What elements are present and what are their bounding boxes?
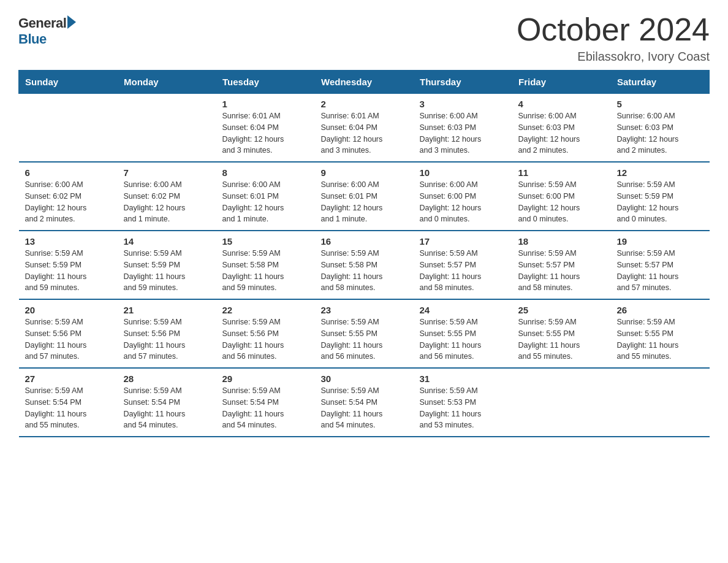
day-info: Sunrise: 5:59 AM Sunset: 5:54 PM Dayligh… [222,385,309,431]
column-header-saturday: Saturday [611,71,710,94]
day-number: 27 [25,373,112,384]
day-info: Sunrise: 6:00 AM Sunset: 6:01 PM Dayligh… [222,179,309,225]
calendar-cell: 1Sunrise: 6:01 AM Sunset: 6:04 PM Daylig… [216,94,315,163]
day-number: 30 [321,373,408,384]
day-info: Sunrise: 5:59 AM Sunset: 5:55 PM Dayligh… [321,316,408,362]
calendar-cell: 22Sunrise: 5:59 AM Sunset: 5:56 PM Dayli… [216,299,315,368]
calendar-cell: 19Sunrise: 5:59 AM Sunset: 5:57 PM Dayli… [611,231,710,299]
day-info: Sunrise: 5:59 AM Sunset: 5:54 PM Dayligh… [25,385,112,431]
calendar-cell [512,368,611,437]
calendar-cell [611,368,710,437]
day-number: 5 [617,99,703,109]
day-number: 19 [617,236,703,247]
week-row-5: 27Sunrise: 5:59 AM Sunset: 5:54 PM Dayli… [19,368,710,437]
day-info: Sunrise: 6:00 AM Sunset: 6:02 PM Dayligh… [124,179,210,225]
day-info: Sunrise: 5:59 AM Sunset: 5:56 PM Dayligh… [124,316,210,362]
calendar-cell: 12Sunrise: 5:59 AM Sunset: 5:59 PM Dayli… [611,162,710,231]
day-number: 12 [617,167,703,178]
day-info: Sunrise: 5:59 AM Sunset: 5:55 PM Dayligh… [420,316,506,362]
column-header-wednesday: Wednesday [315,71,414,94]
day-info: Sunrise: 5:59 AM Sunset: 5:54 PM Dayligh… [124,385,210,431]
column-header-monday: Monday [118,71,216,94]
day-number: 8 [222,167,309,178]
calendar-cell: 18Sunrise: 5:59 AM Sunset: 5:57 PM Dayli… [512,231,611,299]
title-section: October 2024 Ebilassokro, Ivory Coast [517,12,710,64]
day-info: Sunrise: 5:59 AM Sunset: 6:00 PM Dayligh… [518,179,605,225]
calendar-cell [118,94,216,163]
day-info: Sunrise: 5:59 AM Sunset: 5:56 PM Dayligh… [25,316,112,362]
calendar-cell: 25Sunrise: 5:59 AM Sunset: 5:55 PM Dayli… [512,299,611,368]
day-info: Sunrise: 6:00 AM Sunset: 6:03 PM Dayligh… [617,110,703,156]
day-info: Sunrise: 5:59 AM Sunset: 5:55 PM Dayligh… [617,316,703,362]
logo-general-text: General [18,15,66,31]
week-row-4: 20Sunrise: 5:59 AM Sunset: 5:56 PM Dayli… [19,299,710,368]
header-row: SundayMondayTuesdayWednesdayThursdayFrid… [19,71,710,94]
day-number: 23 [321,305,408,315]
day-number: 17 [420,236,506,247]
day-info: Sunrise: 6:00 AM Sunset: 6:03 PM Dayligh… [420,110,506,156]
day-info: Sunrise: 6:00 AM Sunset: 6:00 PM Dayligh… [420,179,506,225]
calendar-cell: 8Sunrise: 6:00 AM Sunset: 6:01 PM Daylig… [216,162,315,231]
calendar-cell: 5Sunrise: 6:00 AM Sunset: 6:03 PM Daylig… [611,94,710,163]
day-number: 11 [518,167,605,178]
column-header-thursday: Thursday [414,71,512,94]
day-number: 29 [222,373,309,384]
day-number: 7 [124,167,210,178]
calendar-cell: 10Sunrise: 6:00 AM Sunset: 6:00 PM Dayli… [414,162,512,231]
day-number: 14 [124,236,210,247]
page-title: October 2024 [517,12,710,47]
day-number: 22 [222,305,309,315]
calendar-cell: 27Sunrise: 5:59 AM Sunset: 5:54 PM Dayli… [19,368,118,437]
day-info: Sunrise: 5:59 AM Sunset: 5:57 PM Dayligh… [617,248,703,294]
calendar-cell: 23Sunrise: 5:59 AM Sunset: 5:55 PM Dayli… [315,299,414,368]
calendar-cell [19,94,118,163]
calendar-cell: 4Sunrise: 6:00 AM Sunset: 6:03 PM Daylig… [512,94,611,163]
day-number: 20 [25,305,112,315]
logo-blue-text: Blue [18,31,47,47]
calendar-body: 1Sunrise: 6:01 AM Sunset: 6:04 PM Daylig… [19,94,710,437]
calendar-cell: 13Sunrise: 5:59 AM Sunset: 5:59 PM Dayli… [19,231,118,299]
day-number: 31 [420,373,506,384]
calendar-cell: 21Sunrise: 5:59 AM Sunset: 5:56 PM Dayli… [118,299,216,368]
day-info: Sunrise: 5:59 AM Sunset: 5:59 PM Dayligh… [124,248,210,294]
calendar-cell: 7Sunrise: 6:00 AM Sunset: 6:02 PM Daylig… [118,162,216,231]
day-info: Sunrise: 6:00 AM Sunset: 6:03 PM Dayligh… [518,110,605,156]
calendar-cell: 28Sunrise: 5:59 AM Sunset: 5:54 PM Dayli… [118,368,216,437]
day-info: Sunrise: 5:59 AM Sunset: 5:57 PM Dayligh… [420,248,506,294]
day-info: Sunrise: 6:00 AM Sunset: 6:01 PM Dayligh… [321,179,408,225]
day-info: Sunrise: 5:59 AM Sunset: 5:58 PM Dayligh… [222,248,309,294]
day-number: 26 [617,305,703,315]
calendar-cell: 16Sunrise: 5:59 AM Sunset: 5:58 PM Dayli… [315,231,414,299]
day-number: 15 [222,236,309,247]
day-number: 10 [420,167,506,178]
day-number: 2 [321,99,408,109]
calendar-cell: 20Sunrise: 5:59 AM Sunset: 5:56 PM Dayli… [19,299,118,368]
day-number: 21 [124,305,210,315]
day-info: Sunrise: 5:59 AM Sunset: 5:56 PM Dayligh… [222,316,309,362]
day-info: Sunrise: 5:59 AM Sunset: 5:59 PM Dayligh… [617,179,703,225]
day-number: 13 [25,236,112,247]
day-info: Sunrise: 6:01 AM Sunset: 6:04 PM Dayligh… [321,110,408,156]
calendar-table: SundayMondayTuesdayWednesdayThursdayFrid… [18,70,710,437]
logo: General Blue [18,12,76,47]
column-header-tuesday: Tuesday [216,71,315,94]
day-number: 28 [124,373,210,384]
day-info: Sunrise: 5:59 AM Sunset: 5:57 PM Dayligh… [518,248,605,294]
logo-arrow-icon [67,15,76,29]
day-info: Sunrise: 5:59 AM Sunset: 5:58 PM Dayligh… [321,248,408,294]
day-info: Sunrise: 5:59 AM Sunset: 5:54 PM Dayligh… [321,385,408,431]
calendar-cell: 30Sunrise: 5:59 AM Sunset: 5:54 PM Dayli… [315,368,414,437]
week-row-1: 1Sunrise: 6:01 AM Sunset: 6:04 PM Daylig… [19,94,710,163]
calendar-header: SundayMondayTuesdayWednesdayThursdayFrid… [19,71,710,94]
week-row-3: 13Sunrise: 5:59 AM Sunset: 5:59 PM Dayli… [19,231,710,299]
calendar-cell: 11Sunrise: 5:59 AM Sunset: 6:00 PM Dayli… [512,162,611,231]
calendar-cell: 17Sunrise: 5:59 AM Sunset: 5:57 PM Dayli… [414,231,512,299]
day-number: 18 [518,236,605,247]
calendar-cell: 14Sunrise: 5:59 AM Sunset: 5:59 PM Dayli… [118,231,216,299]
day-number: 3 [420,99,506,109]
calendar-cell: 3Sunrise: 6:00 AM Sunset: 6:03 PM Daylig… [414,94,512,163]
page-header: General Blue October 2024 Ebilassokro, I… [18,12,710,64]
day-info: Sunrise: 5:59 AM Sunset: 5:53 PM Dayligh… [420,385,506,431]
day-number: 24 [420,305,506,315]
day-number: 16 [321,236,408,247]
